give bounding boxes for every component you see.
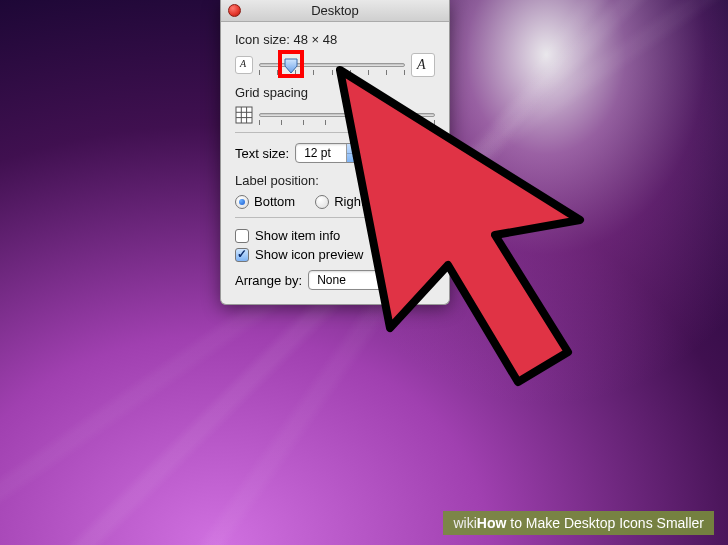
text-size-label: Text size: — [235, 146, 289, 161]
icon-size-max-icon — [411, 53, 435, 77]
checkbox-icon — [235, 229, 249, 243]
label-position-label: Label position: — [235, 173, 435, 188]
grid-spacing-label: Grid spacing — [235, 85, 435, 100]
arrange-by-label: Arrange by: — [235, 273, 302, 288]
icon-size-min-icon — [235, 56, 253, 74]
check-show-item-info[interactable]: Show item info — [235, 228, 435, 243]
grid-icon — [235, 106, 253, 124]
watermark: wikiHow to Make Desktop Icons Smaller — [443, 511, 714, 535]
stepper-icon[interactable]: ▲▼ — [346, 144, 362, 162]
grid-spacing-slider[interactable] — [259, 106, 435, 124]
view-options-panel: Desktop Icon size: 48 × 48 — [220, 0, 450, 305]
arrange-by-select[interactable]: None ▲▼ — [308, 270, 400, 290]
close-button[interactable] — [228, 4, 241, 17]
separator — [235, 132, 435, 133]
svg-rect-0 — [236, 107, 252, 123]
radio-dot-icon — [235, 195, 249, 209]
text-size-select[interactable]: 12 pt ▲▼ — [295, 143, 363, 163]
checkbox-icon — [235, 248, 249, 262]
check-show-icon-preview[interactable]: Show icon preview — [235, 247, 435, 262]
separator — [235, 217, 435, 218]
radio-bottom[interactable]: Bottom — [235, 194, 295, 209]
icon-size-label: Icon size: 48 × 48 — [235, 32, 435, 47]
icon-size-slider[interactable] — [259, 56, 405, 74]
stepper-icon[interactable]: ▲▼ — [383, 271, 399, 289]
titlebar[interactable]: Desktop — [221, 0, 449, 22]
radio-dot-icon — [315, 195, 329, 209]
window-title: Desktop — [311, 3, 359, 18]
slider-thumb[interactable] — [284, 58, 298, 74]
radio-right[interactable]: Right — [315, 194, 364, 209]
